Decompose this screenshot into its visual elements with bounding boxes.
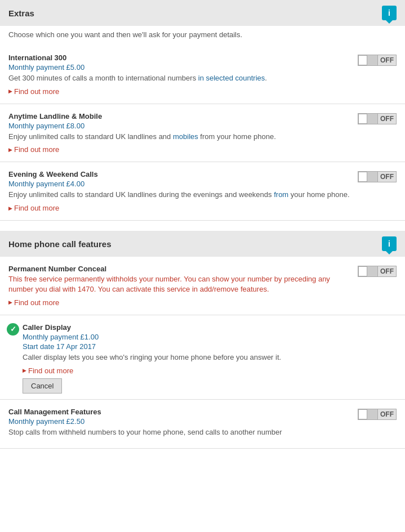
international300-payment: Monthly payment £5.00 [8, 63, 352, 71]
anytime-content: Anytime Landline & Mobile Monthly paymen… [8, 112, 358, 154]
extras-item-evening-weekend: Evening & Weekend Calls Monthly payment … [0, 162, 405, 221]
international300-content: International 300 Monthly payment £5.00 … [8, 53, 358, 96]
caller-display-desc: Caller display lets you see who's ringin… [23, 352, 397, 363]
call-management-toggle-label: OFF [378, 409, 397, 420]
extras-title: Extras [8, 8, 34, 18]
call-management-toggle-switch[interactable] [358, 409, 378, 420]
caller-display-find-out-more[interactable]: Find out more [23, 366, 73, 375]
call-management-title: Call Management Features [8, 408, 352, 416]
extras-subtitle: Choose which one you want and then we'll… [0, 26, 405, 46]
home-phone-title: Home phone call features [8, 239, 112, 249]
anytime-title: Anytime Landline & Mobile [8, 112, 352, 120]
caller-display-check-icon: ✓ [7, 323, 19, 336]
section-gap-1 [0, 221, 405, 231]
home-phone-info-icon[interactable]: i [382, 236, 397, 251]
caller-display-cancel-button[interactable]: Cancel [23, 378, 62, 394]
pnc-toggle-switch[interactable] [358, 266, 378, 277]
pnc-title: Permanent Number Conceal [8, 265, 352, 273]
call-management-content: Call Management Features Monthly payment… [8, 408, 358, 440]
international300-toggle[interactable]: OFF [358, 55, 397, 66]
pnc-toggle-label: OFF [378, 266, 397, 277]
anytime-toggle[interactable]: OFF [358, 113, 397, 124]
evening-weekend-toggle-label: OFF [378, 171, 397, 182]
extras-section: Extras i Choose which one you want and t… [0, 0, 405, 221]
evening-weekend-find-out-more[interactable]: Find out more [8, 204, 59, 212]
home-phone-header: Home phone call features i [0, 231, 405, 257]
home-phone-item-pnc: Permanent Number Conceal This free servi… [0, 257, 405, 315]
pnc-content: Permanent Number Conceal This free servi… [8, 265, 358, 307]
pnc-desc: This free service permanently withholds … [8, 274, 352, 294]
pnc-toggle-knob [358, 266, 367, 276]
call-management-toggle-knob [358, 409, 367, 419]
evening-weekend-desc: Enjoy unlimited calls to standard UK lan… [8, 190, 352, 200]
international300-find-out-more[interactable]: Find out more [8, 87, 59, 96]
anytime-toggle-label: OFF [378, 113, 397, 124]
call-management-toggle[interactable]: OFF [358, 409, 397, 420]
evening-weekend-payment: Monthly payment £4.00 [8, 180, 352, 188]
anytime-find-out-more[interactable]: Find out more [8, 145, 59, 154]
extras-header: Extras i [0, 0, 405, 26]
home-phone-section: Home phone call features i Permanent Num… [0, 231, 405, 449]
caller-display-payment: Monthly payment £1.00 [23, 333, 397, 341]
pnc-find-out-more[interactable]: Find out more [8, 298, 59, 307]
caller-display-row: ✓ Caller Display Monthly payment £1.00 S… [0, 315, 405, 400]
evening-weekend-title: Evening & Weekend Calls [8, 170, 352, 178]
caller-display-start-date: Start date 17 Apr 2017 [23, 342, 397, 351]
call-management-payment: Monthly payment £2.50 [8, 417, 352, 426]
extras-info-icon[interactable]: i [382, 6, 397, 20]
international300-desc: Get 300 minutes of calls a month to inte… [8, 73, 352, 83]
evening-weekend-toggle-knob [358, 172, 367, 182]
extras-item-international300: International 300 Monthly payment £5.00 … [0, 46, 405, 104]
call-management-row: Call Management Features Monthly payment… [0, 400, 405, 449]
anytime-toggle-knob [358, 114, 367, 124]
anytime-payment: Monthly payment £8.00 [8, 122, 352, 130]
anytime-toggle-switch[interactable] [358, 113, 378, 124]
evening-weekend-toggle-switch[interactable] [358, 171, 378, 182]
international300-toggle-label: OFF [378, 55, 397, 66]
evening-weekend-toggle[interactable]: OFF [358, 171, 397, 182]
international300-title: International 300 [8, 53, 352, 62]
caller-display-title: Caller Display [23, 323, 397, 332]
anytime-desc: Enjoy unlimited calls to standard UK lan… [8, 132, 352, 142]
call-management-desc: Stop calls from withheld numbers to your… [8, 427, 352, 437]
extras-item-anytime: Anytime Landline & Mobile Monthly paymen… [0, 104, 405, 163]
international300-toggle-knob [358, 55, 367, 65]
pnc-toggle[interactable]: OFF [358, 266, 397, 277]
international300-toggle-switch[interactable] [358, 55, 378, 66]
evening-weekend-content: Evening & Weekend Calls Monthly payment … [8, 170, 358, 212]
